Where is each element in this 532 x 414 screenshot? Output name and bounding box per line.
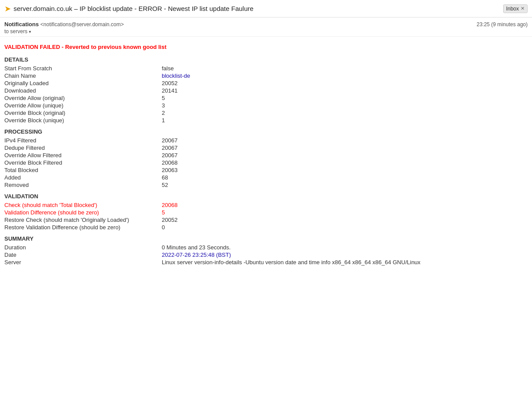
detail-value: blocklist-de: [162, 72, 190, 79]
detail-label: Override Block (original): [4, 110, 162, 116]
detail-value: 20067: [162, 145, 177, 151]
detail-label: Override Allow (original): [4, 95, 162, 101]
detail-value: 20068: [162, 202, 177, 208]
detail-label: Check (should match 'Total Blocked'): [4, 202, 162, 208]
detail-row: Validation Difference (should be zero)5: [4, 209, 528, 216]
validation-failed-message: VALIDATION FAILED - Reverted to previous…: [4, 44, 528, 50]
detail-label: IPv4 Filtered: [4, 137, 162, 144]
detail-row: Date2022-07-26 23:25:48 (BST): [4, 251, 528, 259]
detail-row: Duration0 Minutes and 23 Seconds.: [4, 244, 528, 251]
detail-label: Removed: [4, 182, 162, 188]
email-meta: Notifications <notifications@server.doma…: [0, 17, 532, 37]
detail-label: Originally Loaded: [4, 80, 162, 86]
detail-row: Start From Scratchfalse: [4, 65, 528, 72]
detail-label: Override Allow Filtered: [4, 152, 162, 159]
detail-value: 20141: [162, 87, 177, 94]
detail-row: Override Block (unique)1: [4, 117, 528, 124]
detail-value: 20067: [162, 152, 177, 159]
detail-row: Removed52: [4, 181, 528, 189]
detail-label: Override Block (unique): [4, 117, 162, 124]
detail-row: Downloaded20141: [4, 87, 528, 94]
email-subject: server.domain.co.uk – IP blocklist updat…: [14, 5, 501, 12]
detail-row: Override Allow (unique)3: [4, 102, 528, 109]
detail-value: 20052: [162, 80, 177, 86]
from-line: Notifications <notifications@server.doma…: [4, 21, 528, 28]
detail-row: Total Blocked20063: [4, 166, 528, 174]
detail-label: Date: [4, 252, 162, 258]
detail-row: Override Block Filtered20068: [4, 159, 528, 166]
to-line: to servers ▾: [4, 28, 528, 34]
sections-container: DETAILSStart From ScratchfalseChain Name…: [4, 56, 528, 266]
detail-label: Total Blocked: [4, 167, 162, 173]
section-header-2: VALIDATION: [4, 193, 528, 200]
detail-row: Originally Loaded20052: [4, 79, 528, 87]
detail-row: Override Block (original)2: [4, 109, 528, 117]
detail-value: 20063: [162, 167, 177, 173]
detail-value: 2: [162, 110, 165, 116]
from-info: Notifications <notifications@server.doma…: [4, 21, 124, 28]
detail-label: Start From Scratch: [4, 65, 162, 72]
dropdown-arrow-icon[interactable]: ▾: [29, 29, 31, 34]
detail-value: 0 Minutes and 23 Seconds.: [162, 244, 231, 251]
email-timestamp: 23:25 (9 minutes ago): [476, 21, 528, 28]
detail-row: ServerLinux server version-info-details …: [4, 259, 528, 266]
detail-row: Check (should match 'Total Blocked')2006…: [4, 201, 528, 209]
detail-label: Added: [4, 174, 162, 181]
inbox-badge[interactable]: Inbox ✕: [503, 4, 528, 13]
detail-row: Override Allow Filtered20067: [4, 152, 528, 159]
detail-label: Server: [4, 259, 162, 266]
detail-label: Restore Check (should match 'Originally …: [4, 217, 162, 223]
detail-value: 1: [162, 117, 165, 124]
detail-value: 5: [162, 95, 165, 101]
detail-value: 20067: [162, 137, 177, 144]
detail-label: Dedupe Filtered: [4, 145, 162, 151]
sender-name: Notifications: [4, 21, 39, 28]
detail-label: Validation Difference (should be zero): [4, 209, 162, 216]
detail-label: Override Allow (unique): [4, 102, 162, 109]
detail-value: Linux server version-info-details -Ubunt…: [162, 259, 421, 266]
detail-value: 68: [162, 174, 168, 181]
close-icon[interactable]: ✕: [521, 6, 525, 11]
detail-value: false: [162, 65, 174, 72]
detail-label: Override Block Filtered: [4, 159, 162, 166]
detail-value: 2022-07-26 23:25:48 (BST): [162, 252, 231, 258]
email-body: VALIDATION FAILED - Reverted to previous…: [0, 37, 532, 273]
detail-row: Chain Nameblocklist-de: [4, 72, 528, 79]
to-label: to servers: [4, 28, 28, 34]
detail-value: 5: [162, 209, 165, 216]
section-header-1: PROCESSING: [4, 128, 528, 135]
detail-value: 0: [162, 224, 165, 231]
detail-label: Downloaded: [4, 87, 162, 94]
detail-value: 20068: [162, 159, 177, 166]
arrow-icon: ➤: [4, 4, 11, 14]
detail-row: Added68: [4, 174, 528, 181]
title-bar: ➤ server.domain.co.uk – IP blocklist upd…: [0, 0, 532, 17]
section-header-0: DETAILS: [4, 56, 528, 63]
detail-value: 3: [162, 102, 165, 109]
detail-label: Duration: [4, 244, 162, 251]
detail-row: Restore Validation Difference (should be…: [4, 224, 528, 231]
inbox-label: Inbox: [506, 6, 519, 12]
detail-row: IPv4 Filtered20067: [4, 137, 528, 144]
detail-label: Restore Validation Difference (should be…: [4, 224, 162, 231]
detail-value: 20052: [162, 217, 177, 223]
detail-row: Override Allow (original)5: [4, 94, 528, 102]
detail-value: 52: [162, 182, 168, 188]
detail-label: Chain Name: [4, 72, 162, 79]
section-header-3: SUMMARY: [4, 235, 528, 242]
detail-row: Dedupe Filtered20067: [4, 144, 528, 152]
detail-row: Restore Check (should match 'Originally …: [4, 216, 528, 224]
sender-email: <notifications@server.domain.com>: [40, 21, 124, 28]
